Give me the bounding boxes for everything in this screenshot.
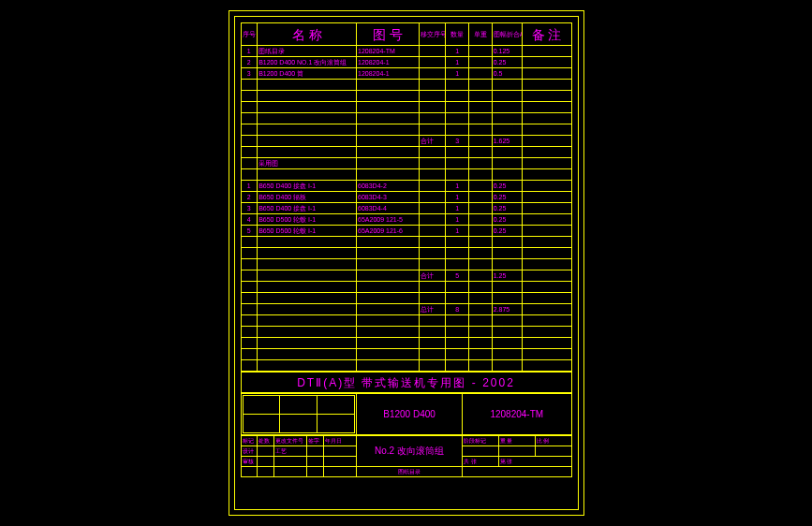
parts-list-table: 序号 名 称 图 号 移交序号 数量 单重 图幅折合A1 备 注 1图纸目录12…	[241, 22, 572, 372]
table-row: 1B650 D400 接盘 I-16083D4-210.25	[241, 181, 571, 192]
table-row	[241, 124, 571, 136]
sig-header-row: 标记 处数 更改文件号 签字 年月日 No.2 改向滚筒组 阶段标记 重 量 比…	[241, 436, 571, 446]
code-value: 1208204-TM	[463, 394, 572, 435]
col-wt: 单重	[469, 23, 493, 46]
table-row: 3B1200 D400 筒1208204-110.5	[241, 68, 571, 80]
table-row	[241, 327, 571, 338]
table-row	[241, 293, 571, 304]
table-row: 2B650 D400 辐板6083D4-310.25	[241, 192, 571, 203]
title-block: DTⅡ(A)型 带式输送机专用图 - 2002	[241, 372, 572, 393]
table-row	[241, 315, 571, 327]
table-row: 3B650 D400 接盘 I-16083D4-410.25	[241, 203, 571, 214]
table-row	[241, 237, 571, 248]
col-a1: 图幅折合A1	[492, 23, 522, 46]
table-row: 5B650 D500 轮毂 I-165A2009 121-610.25	[241, 226, 571, 237]
table-row	[241, 338, 571, 349]
subtotal-row: 合计51.25	[241, 270, 571, 282]
subtotal-row: 合计31.625	[241, 136, 571, 147]
table-row: 2B1200 D400 NO.1 改向滚筒组1208204-110.25	[241, 57, 571, 68]
table-row	[241, 80, 571, 91]
drawing-title: DTⅡ(A)型 带式输送机专用图 - 2002	[241, 373, 571, 393]
table-row	[241, 147, 571, 158]
table-row	[241, 349, 571, 360]
col-qty: 数量	[446, 23, 469, 46]
table-row: 4B650 D500 轮毂 I-165A2009 121-510.25	[241, 214, 571, 226]
table-row	[241, 102, 571, 113]
drawing-frame-outer: 序号 名 称 图 号 移交序号 数量 单重 图幅折合A1 备 注 1图纸目录12…	[229, 10, 584, 516]
table-row	[241, 169, 571, 181]
table-row	[241, 259, 571, 270]
signature-block: 标记 处数 更改文件号 签字 年月日 No.2 改向滚筒组 阶段标记 重 量 比…	[241, 435, 572, 477]
empty-cell	[241, 394, 357, 435]
doc-type: 图纸目录	[357, 467, 463, 477]
table-row: 1图纸目录1208204-TM10.125	[241, 46, 571, 57]
col-seq: 序号	[241, 23, 258, 46]
col-xfer: 移交序号	[420, 23, 446, 46]
table-row	[241, 248, 571, 259]
title-sub-block: B1200 D400 1208204-TM	[241, 393, 572, 435]
assembly-name: No.2 改向滚筒组	[357, 436, 463, 467]
drawing-content: 序号 名 称 图 号 移交序号 数量 单重 图幅折合A1 备 注 1图纸目录12…	[241, 22, 572, 504]
col-remark: 备 注	[522, 23, 571, 46]
col-name: 名 称	[258, 23, 357, 46]
header-row: 序号 名 称 图 号 移交序号 数量 单重 图幅折合A1 备 注	[241, 23, 571, 46]
table-row	[241, 113, 571, 124]
spec-value: B1200 D400	[357, 394, 463, 435]
title-row: DTⅡ(A)型 带式输送机专用图 - 2002	[241, 373, 571, 393]
total-row: 总计82.875	[241, 304, 571, 315]
table-row	[241, 282, 571, 293]
col-dwg: 图 号	[357, 23, 420, 46]
table-row: 采用图	[241, 158, 571, 169]
table-row	[241, 360, 571, 372]
sig-row: 图纸目录	[241, 467, 571, 477]
spec-row: B1200 D400 1208204-TM	[241, 394, 571, 435]
table-row	[241, 91, 571, 102]
